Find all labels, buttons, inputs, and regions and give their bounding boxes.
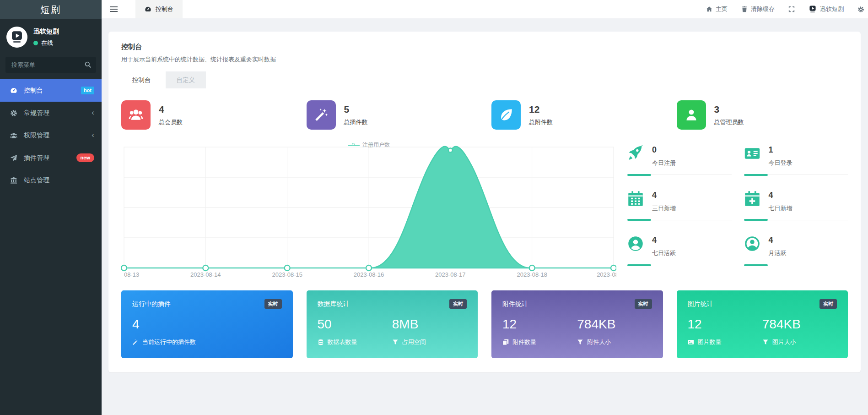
big-card-title: 数据库统计 (318, 300, 350, 308)
metric-label: 当前运行中的插件数 (142, 338, 196, 346)
calendar-plus-icon (744, 191, 761, 207)
metric: 784KB 图片大小 (762, 317, 837, 346)
tab-dashboard[interactable]: 控制台 (121, 71, 162, 88)
image-icon (688, 339, 694, 345)
panel-header: 控制台 用于展示当前系统中的统计数据、统计报表及重要实时数据 (108, 32, 861, 64)
metric-label: 占用空间 (402, 338, 426, 346)
mini-stat-rule (627, 175, 732, 175)
metric-label: 图片大小 (772, 338, 796, 346)
metric: 4 当前运行中的插件数 (132, 317, 282, 346)
mini-stat-label: 今日注册 (652, 159, 676, 167)
big-card-title: 运行中的插件 (132, 300, 171, 308)
realtime-badge: 实时 (819, 299, 837, 309)
page-subtitle: 用于展示当前系统中的统计数据、统计报表及重要实时数据 (121, 55, 848, 64)
clear-cache-button[interactable]: 清除缓存 (741, 5, 775, 13)
search-icon[interactable] (84, 61, 92, 70)
topbar: 控制台 主页 清除缓存 迅软短剧 (102, 0, 868, 18)
stat-label: 总管理员数 (714, 118, 744, 126)
registered-users-chart: 注册用户数 (121, 142, 616, 278)
sidebar-item-label: 站点管理 (24, 176, 49, 185)
bank-icon (10, 177, 17, 184)
sidebar-item-addons[interactable]: 插件管理 new (0, 147, 102, 169)
chart-legend[interactable]: 注册用户数 (348, 141, 390, 149)
trash-icon (741, 6, 748, 12)
gauge-icon (145, 6, 151, 13)
metric-label: 图片数量 (698, 338, 722, 346)
metric-label: 附件大小 (587, 338, 611, 346)
mini-stat-value: 4 (652, 191, 676, 200)
tab-content: 4 总会员数 5 总插件数 12 总附件数 (108, 88, 861, 358)
svg-text:2023-08-17: 2023-08-17 (435, 271, 466, 278)
mini-stat-today-login: 1 今日登录 (744, 142, 848, 188)
mini-stat-label: 七日活跃 (652, 249, 676, 257)
gears-icon (857, 6, 864, 13)
database-icon (318, 339, 324, 345)
fullscreen-button[interactable] (788, 6, 795, 12)
sidebar-menu: 控制台 hot 常规管理 ‹ 权限管理 ‹ 插件管理 new 站点管理 (0, 79, 102, 191)
panel-tabs: 控制台 自定义 (108, 71, 861, 88)
stat-card-addons: 5 总插件数 (307, 100, 478, 130)
metric-label: 数据表数量 (328, 338, 357, 346)
rocket-icon (627, 145, 645, 162)
mini-stat-value: 0 (652, 145, 676, 155)
mini-stat-label: 三日新增 (652, 204, 676, 213)
home-button[interactable]: 主页 (706, 5, 728, 13)
menu-search (5, 57, 96, 73)
play-logo-icon (10, 30, 24, 44)
topbar-tab-dashboard[interactable]: 控制台 (135, 0, 183, 18)
user-menu[interactable]: 迅软短剧 (809, 5, 844, 13)
user-circle-icon (627, 235, 645, 252)
svg-text:2023-08-16: 2023-08-16 (354, 271, 384, 278)
mini-stat-3day-new: 4 三日新增 (627, 188, 732, 233)
sidebar-item-site[interactable]: 站点管理 (0, 169, 102, 191)
search-input[interactable] (5, 57, 96, 73)
realtime-badge: 实时 (635, 299, 652, 309)
metric-label: 附件数量 (512, 338, 536, 346)
calendar-icon (627, 191, 645, 207)
online-dot-icon (33, 41, 38, 45)
stat-value: 4 (159, 104, 183, 115)
users-icon (10, 132, 17, 139)
chevron-left-icon: ‹ (92, 131, 94, 139)
sidebar-item-auth[interactable]: 权限管理 ‹ (0, 124, 102, 147)
settings-button[interactable] (857, 6, 864, 13)
big-card-attachments: 附件统计 实时 12 附件数量 784KB (491, 290, 663, 358)
paper-plane-icon (10, 154, 17, 162)
stat-value: 5 (344, 104, 368, 115)
app-logo: 短剧 (0, 0, 102, 19)
sidebar-item-general[interactable]: 常规管理 ‹ (0, 102, 102, 124)
mini-stat-value: 4 (769, 191, 793, 200)
svg-text:08-13: 08-13 (124, 271, 139, 278)
mini-stat-label: 今日登录 (769, 159, 793, 167)
stat-label: 总附件数 (529, 118, 553, 126)
sidebar-item-dashboard[interactable]: 控制台 hot (0, 79, 102, 102)
mini-stat-rule (744, 265, 848, 265)
stat-card-attachments: 12 总附件数 (491, 100, 663, 130)
sidebar-item-label: 控制台 (24, 87, 43, 95)
metric: 12 图片数量 (688, 317, 762, 346)
realtime-badge: 实时 (264, 299, 282, 309)
area-series (372, 147, 529, 268)
mini-stat-rule (627, 265, 732, 265)
expand-icon (788, 6, 795, 12)
sidebar-item-label: 插件管理 (24, 154, 49, 162)
big-card-title: 图片统计 (688, 300, 713, 308)
funnel-icon (577, 339, 583, 345)
metric-value: 784KB (577, 317, 652, 332)
tab-custom[interactable]: 自定义 (166, 71, 206, 88)
topbar-actions: 主页 清除缓存 迅软短剧 (706, 5, 868, 13)
id-card-icon (744, 145, 761, 162)
mini-stat-rule (627, 220, 732, 220)
svg-text:2023-08-15: 2023-08-15 (272, 271, 302, 278)
users-icon (121, 100, 151, 130)
mini-stat-label: 七日新增 (769, 204, 793, 213)
stat-card-row: 4 总会员数 5 总插件数 12 总附件数 (121, 100, 848, 130)
mini-stat-rule (744, 220, 848, 220)
mini-stat-value: 1 (769, 145, 793, 155)
mini-stat-value: 4 (652, 235, 676, 245)
hamburger-button[interactable] (102, 0, 125, 18)
metric-value: 784KB (762, 317, 837, 332)
user-status: 在线 (33, 39, 59, 47)
user-icon (677, 100, 706, 130)
dashboard-panel: 控制台 用于展示当前系统中的统计数据、统计报表及重要实时数据 控制台 自定义 4… (108, 32, 861, 372)
